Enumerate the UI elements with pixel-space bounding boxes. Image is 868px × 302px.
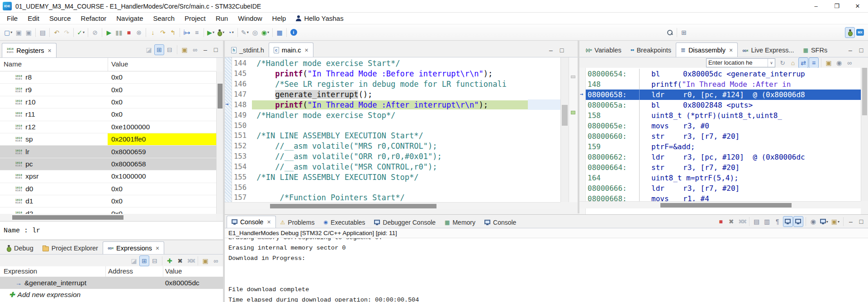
maximize-button[interactable]: □ xyxy=(856,216,866,227)
terminate-button[interactable]: ■ xyxy=(124,27,134,38)
register-row-r12[interactable]: 10100101r120xe1000000 xyxy=(0,121,216,133)
show-console-on-stderr-button[interactable] xyxy=(793,216,803,227)
register-row-r10[interactable]: 10100101r100x0 xyxy=(0,96,216,109)
link-with-debug-button[interactable]: ∞ xyxy=(190,44,200,55)
register-row-d0[interactable]: 10100101d00x0 xyxy=(0,183,216,195)
remove-all-terminated-button[interactable]: ✖✖ xyxy=(737,216,747,227)
layout-tree-button[interactable]: ⊞ xyxy=(154,44,164,55)
disassembly-instruction-row[interactable]: 08000660:strr3, [r7, #20] xyxy=(586,131,861,142)
code-line-149[interactable]: 149 /*Handler mode exercise Stop*/ xyxy=(232,110,560,120)
register-row-sp[interactable]: 10100101sp0x2001ffe0 xyxy=(0,133,216,146)
registers-horizontal-scrollbar[interactable] xyxy=(0,214,216,221)
remove-all-expressions-button[interactable]: ✖✖ xyxy=(185,255,195,266)
disassembly-instruction-row[interactable]: 08000654:bl0x80005dc <generate_interrup xyxy=(586,69,861,79)
suspend-button[interactable]: ▮▮ xyxy=(114,27,124,38)
launch-config-button[interactable]: ✓▾ xyxy=(76,27,86,38)
console-tab-memory[interactable]: ▦Memory xyxy=(440,217,480,228)
register-row-lr[interactable]: 10100101lr0x8000659 xyxy=(0,146,216,158)
editor-tab-stdint-h[interactable]: h_stdint.h xyxy=(227,43,269,57)
code-line-153[interactable]: 153 //__asm volatile("ORR r0,r0,#0x01"); xyxy=(232,151,560,162)
add-new-expression-row[interactable]: ✚Add new expression xyxy=(0,289,223,301)
close-icon[interactable]: × xyxy=(48,47,52,54)
sync-with-stack-frame-button[interactable]: ⇄ xyxy=(798,57,808,68)
home-button[interactable]: ⌂ xyxy=(788,57,798,68)
code-line-156[interactable]: 156 xyxy=(232,182,560,193)
view-tab-disassembly[interactable]: ≣Disassembly× xyxy=(676,42,738,57)
register-row-r9[interactable]: 10100101r90x0 xyxy=(0,84,216,96)
resume-button[interactable]: ▶ xyxy=(104,27,114,38)
disconnect-button[interactable]: ⊗ xyxy=(134,27,144,38)
maximize-button[interactable]: □ xyxy=(557,45,567,56)
debug-button[interactable]: ▾ xyxy=(216,27,226,38)
scroll-lock-button[interactable]: ▥ xyxy=(762,216,772,227)
disassembly-instruction-row[interactable]: 08000662:ldrr3, [pc, #120] @ (0x80006dc xyxy=(586,152,861,162)
location-combo[interactable]: Enter location he ∨ xyxy=(706,58,775,67)
close-icon[interactable]: × xyxy=(305,47,308,54)
perspective-debug-button[interactable] xyxy=(845,27,855,38)
disassembly-instruction-row[interactable]: 08000664:strr3, [r7, #20] xyxy=(586,162,861,173)
save-button[interactable]: ▣ xyxy=(14,27,24,38)
minimize-window-button[interactable]: – xyxy=(806,0,826,12)
chevron-down-icon[interactable]: ∨ xyxy=(768,59,775,67)
location-input[interactable]: Enter location he xyxy=(707,59,768,66)
open-new-view-button[interactable]: ▣ xyxy=(180,44,190,55)
pin-console-button[interactable]: ◉ xyxy=(808,216,818,227)
close-icon[interactable]: × xyxy=(156,245,159,252)
console-tab-console[interactable]: Console xyxy=(480,217,521,228)
register-row-d2[interactable]: 10100101d20x0 xyxy=(0,208,216,214)
skip-all-breakpoints-button[interactable]: ⊘ xyxy=(90,27,100,38)
open-element-button[interactable]: ◎ xyxy=(250,27,260,38)
menu-search[interactable]: Search xyxy=(148,14,180,23)
disassembly-instruction-row[interactable]: 0800065a:bl0x8002848 <puts> xyxy=(586,100,861,110)
editor-horizontal-scrollbar[interactable] xyxy=(225,202,560,209)
disassembly-source-row[interactable]: 148printf("In Thread Mode :After in xyxy=(586,79,861,90)
close-window-button[interactable]: ✕ xyxy=(847,0,868,12)
collapse-all-button[interactable]: ⊟ xyxy=(165,44,175,55)
show-console-on-stdout-button[interactable] xyxy=(783,216,793,227)
code-line-151[interactable]: 151 /*IN LINE ASSEMBLY EXECUTION Start*/ xyxy=(232,131,560,141)
register-row-r8[interactable]: 10100101r80x0 xyxy=(0,71,216,84)
menu-file[interactable]: File xyxy=(2,14,23,23)
menu-window[interactable]: Window xyxy=(233,14,267,23)
open-new-view-button[interactable]: ▣ xyxy=(200,255,210,266)
menu-project[interactable]: Project xyxy=(180,14,211,23)
code-line-148[interactable]: 148 printf("In Thread Mode :After interr… xyxy=(232,99,560,110)
menu-help[interactable]: Help xyxy=(267,14,291,23)
device-configuration-button[interactable]: ▦ xyxy=(275,27,285,38)
perspective-device-config-button[interactable]: MX xyxy=(855,27,865,38)
maximize-button[interactable]: □ xyxy=(211,44,221,55)
registers-vertical-scrollbar[interactable] xyxy=(216,71,223,214)
disassembly-source-row[interactable]: 164uint8_t m=ptrF(5,4); xyxy=(586,173,861,183)
code-editor[interactable]: → 144 /*Handler mode exercise Start*/145… xyxy=(225,57,578,202)
disassembly-horizontal-scrollbar[interactable] xyxy=(579,201,861,208)
code-line-157[interactable]: 157 /*Function Pointers Start*/ xyxy=(232,193,560,202)
open-console-button[interactable]: ▣▾ xyxy=(830,216,841,227)
show-type-names-button[interactable]: ◪ xyxy=(144,44,154,55)
layout-tree-button[interactable]: ⊞ xyxy=(139,255,149,266)
console-tab-debugger-console[interactable]: Debugger Console xyxy=(370,217,440,228)
show-type-names-button[interactable]: ◪ xyxy=(129,255,139,266)
remove-expression-button[interactable]: ✖ xyxy=(175,255,185,266)
refresh-button[interactable]: ↻ xyxy=(778,57,787,68)
menu-navigate[interactable]: Navigate xyxy=(111,14,148,23)
disassembly-source-row[interactable]: 159ptrF=&add; xyxy=(586,142,861,152)
open-new-view-button[interactable]: ▣ xyxy=(824,57,834,68)
menu-refactor[interactable]: Refactor xyxy=(76,14,112,23)
disassembly-instruction-row[interactable]: 08000658:ldrr0, [pc, #124] @ (0x80006d8 xyxy=(586,90,861,100)
view-tab-live-express[interactable]: ∞xLive Express... xyxy=(738,43,798,57)
disassembly-instruction-row[interactable]: 0800065e:movsr3, #0 xyxy=(586,121,861,131)
editor-overview-ruler[interactable] xyxy=(569,57,578,202)
code-line-144[interactable]: 144 /*Handler mode exercise Start*/ xyxy=(232,58,560,69)
editor-annotation-gutter[interactable] xyxy=(225,57,232,202)
code-line-155[interactable]: 155 /*IN LINE ASSEMBLY EXECUTION Stop*/ xyxy=(232,172,560,182)
view-tab-breakpoints[interactable]: ●●Breakpoints xyxy=(626,43,676,57)
display-selected-console-button[interactable]: ▾ xyxy=(819,216,830,227)
register-row-xpsr[interactable]: 10100101xpsr0x1000000 xyxy=(0,170,216,183)
code-line-145[interactable]: 145 printf("In Thread Mode :Before inter… xyxy=(232,69,560,79)
collapse-all-button[interactable]: ⊟ xyxy=(150,255,160,266)
clear-console-button[interactable]: ▤ xyxy=(752,216,762,227)
minimize-button[interactable]: – xyxy=(546,45,556,56)
pin-button[interactable]: ◉ xyxy=(834,57,844,68)
disassembly-instruction-row[interactable]: 08000666:ldrr3, [r7, #20] xyxy=(586,183,861,193)
view-tab-expressions[interactable]: ∞xExpressions× xyxy=(103,241,164,254)
